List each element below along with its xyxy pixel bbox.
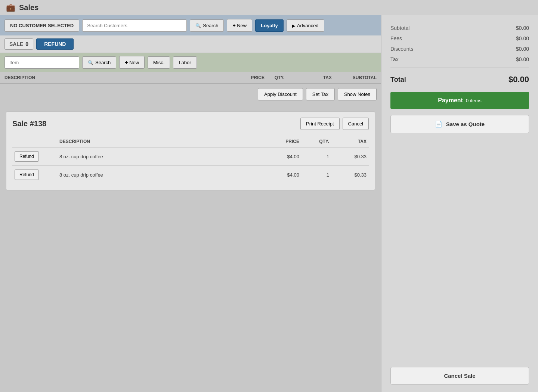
price-header: PRICE: [227, 75, 265, 80]
receipt-section: Sale #138 Print Receipt Cancel DESCRIPTI…: [0, 105, 381, 392]
refund-item-button[interactable]: Refund: [15, 169, 39, 180]
refund-item-button[interactable]: Refund: [15, 151, 39, 162]
total-label: Total: [390, 76, 406, 84]
right-spacer: [390, 136, 529, 363]
item-qty: 1: [302, 166, 331, 184]
fees-label: Fees: [390, 35, 402, 41]
item-tax: $0.33: [331, 166, 369, 184]
fees-value: $0.00: [516, 35, 529, 41]
refund-cell: Refund: [12, 166, 57, 184]
misc-button[interactable]: Misc.: [148, 56, 170, 69]
action-buttons: Apply Discount Set Tax Show Notes: [0, 84, 381, 105]
cancel-receipt-button[interactable]: Cancel: [343, 118, 369, 130]
file-icon: 📄: [435, 121, 442, 128]
right-panel: Subtotal $0.00 Fees $0.00 Discounts $0.0…: [381, 15, 538, 392]
qty-header: QTY.: [265, 75, 294, 80]
subtotal-label: Subtotal: [390, 25, 409, 31]
discounts-value: $0.00: [516, 46, 529, 52]
top-bar: 💼 Sales: [0, 0, 538, 15]
chevron-right-icon: [292, 23, 295, 28]
item-input[interactable]: [4, 56, 79, 69]
refund-cell: Refund: [12, 147, 57, 166]
customer-search-input[interactable]: [82, 19, 187, 32]
discounts-row: Discounts $0.00: [390, 44, 529, 54]
tax-header: TAX: [294, 75, 332, 80]
receipt-header-buttons: Print Receipt Cancel: [300, 118, 369, 130]
left-panel: NO CUSTOMER SELECTED Search New Loyalty …: [0, 15, 381, 392]
payment-items-badge: 0 items: [466, 98, 482, 103]
payment-button[interactable]: Payment 0 items: [390, 92, 529, 109]
no-customer-button[interactable]: NO CUSTOMER SELECTED: [4, 19, 79, 32]
subtotal-value: $0.00: [516, 25, 529, 31]
total-row: Total $0.00: [390, 71, 529, 88]
table-row: Refund 8 oz. cup drip coffee $4.00 1 $0.…: [12, 147, 369, 166]
receipt-description-col-header: [12, 136, 57, 147]
show-notes-button[interactable]: Show Notes: [338, 88, 377, 100]
item-search-button[interactable]: Search: [82, 56, 116, 69]
item-description: 8 oz. cup drip coffee: [57, 166, 264, 184]
app-title: Sales: [19, 3, 38, 12]
search-icon: [88, 60, 93, 65]
refund-button[interactable]: REFUND: [36, 38, 74, 50]
receipt-table: DESCRIPTION PRICE QTY. TAX Refund 8 oz. …: [12, 136, 369, 184]
summary-divider: [390, 68, 529, 68]
labor-button[interactable]: Labor: [173, 56, 197, 69]
item-price: $4.00: [264, 166, 302, 184]
receipt-tax-header: TAX: [331, 136, 369, 147]
table-row: Refund 8 oz. cup drip coffee $4.00 1 $0.…: [12, 166, 369, 184]
search-icon: [195, 23, 201, 28]
items-table-header: DESCRIPTION PRICE QTY. TAX SUBTOTAL: [0, 72, 381, 84]
receipt-card: Sale #138 Print Receipt Cancel DESCRIPTI…: [6, 111, 375, 190]
subtotal-header: SUBTOTAL: [332, 75, 377, 80]
advanced-button[interactable]: Advanced: [287, 19, 324, 32]
plus-icon: [125, 60, 128, 65]
customer-search-button[interactable]: Search: [190, 19, 224, 32]
tax-value: $0.00: [516, 56, 529, 62]
item-new-button[interactable]: New: [119, 56, 145, 69]
fees-row: Fees $0.00: [390, 33, 529, 44]
item-price: $4.00: [264, 147, 302, 166]
sale-refund-bar: SALE 0 REFUND: [0, 35, 381, 53]
apply-discount-button[interactable]: Apply Discount: [258, 88, 303, 100]
item-tax: $0.33: [331, 147, 369, 166]
receipt-price-header: PRICE: [264, 136, 302, 147]
app-icon: 💼: [6, 3, 15, 12]
item-bar: Search New Misc. Labor: [0, 53, 381, 72]
sale-number: Sale #138: [12, 119, 46, 128]
sale-label: SALE 0: [4, 38, 33, 50]
tax-label: Tax: [390, 56, 399, 62]
cancel-sale-button[interactable]: Cancel Sale: [390, 367, 529, 385]
set-tax-button[interactable]: Set Tax: [306, 88, 335, 100]
tax-row: Tax $0.00: [390, 54, 529, 65]
sale-count: 0: [25, 41, 28, 47]
discounts-label: Discounts: [390, 46, 413, 52]
loyalty-button[interactable]: Loyalty: [255, 19, 284, 32]
receipt-header: Sale #138 Print Receipt Cancel: [12, 118, 369, 130]
receipt-description-header: DESCRIPTION: [57, 136, 264, 147]
total-value: $0.00: [508, 75, 529, 84]
plus-icon: [232, 23, 235, 28]
receipt-qty-header: QTY.: [302, 136, 331, 147]
print-receipt-button[interactable]: Print Receipt: [300, 118, 339, 130]
save-quote-button[interactable]: 📄 Save as Quote: [390, 115, 529, 133]
customer-new-button[interactable]: New: [227, 19, 252, 32]
item-description: 8 oz. cup drip coffee: [57, 147, 264, 166]
customer-bar: NO CUSTOMER SELECTED Search New Loyalty …: [0, 15, 381, 35]
subtotal-row: Subtotal $0.00: [390, 23, 529, 33]
item-qty: 1: [302, 147, 331, 166]
description-header: DESCRIPTION: [4, 75, 227, 80]
